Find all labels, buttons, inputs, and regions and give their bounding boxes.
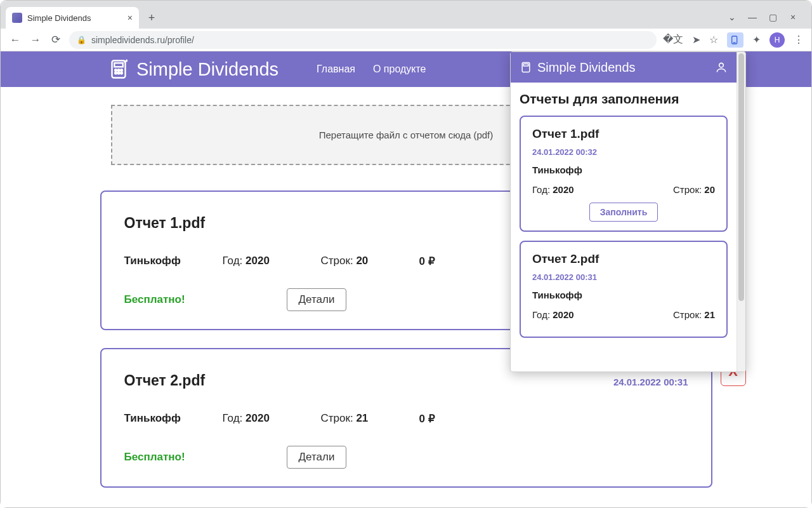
report-broker: Тинькофф bbox=[124, 255, 223, 268]
scrollbar-thumb[interactable] bbox=[738, 53, 744, 301]
address-bar[interactable]: 🔒 simpledividends.ru/profile/ bbox=[69, 31, 657, 49]
send-icon[interactable]: ➤ bbox=[692, 34, 700, 46]
extension-body: Отчеты для заполнения Отчет 1.pdf 24.01.… bbox=[511, 83, 737, 371]
ext-report-card: Отчет 1.pdf 24.01.2022 00:32 Тинькофф Го… bbox=[520, 116, 728, 232]
rows-label: Строк: bbox=[321, 255, 353, 267]
nav-link-main[interactable]: Главная bbox=[317, 64, 355, 75]
rows-value: 21 bbox=[356, 412, 368, 424]
svg-point-3 bbox=[115, 69, 117, 71]
rows-label: Строк: bbox=[673, 309, 702, 320]
lock-icon: 🔒 bbox=[77, 36, 86, 44]
extension-popup: Simple Dividends Отчеты для заполнения О… bbox=[510, 51, 746, 372]
ext-report-card: Отчет 2.pdf 24.01.2022 00:31 Тинькофф Го… bbox=[520, 241, 728, 338]
svg-point-7 bbox=[118, 72, 120, 74]
forward-icon[interactable]: → bbox=[29, 34, 43, 46]
svg-rect-10 bbox=[523, 64, 528, 66]
brand-text: Simple Dividends bbox=[136, 59, 278, 80]
svg-point-5 bbox=[121, 69, 122, 71]
year-value: 2020 bbox=[246, 412, 270, 424]
tab-close-icon[interactable]: × bbox=[128, 13, 133, 23]
dropzone-text: Перетащите файл с отчетом сюда (pdf) bbox=[319, 130, 494, 140]
details-button[interactable]: Детали bbox=[287, 446, 347, 469]
year-value: 2020 bbox=[553, 309, 573, 320]
ext-report-broker: Тинькофф bbox=[532, 164, 715, 175]
free-badge: Бесплатно! bbox=[124, 451, 185, 464]
year-label: Год: bbox=[223, 255, 243, 267]
report-time: 24.01.2022 00:31 bbox=[613, 377, 688, 387]
year-value: 2020 bbox=[553, 184, 573, 195]
svg-point-4 bbox=[118, 69, 120, 71]
tab-strip: Simple Dividends × + ⌄ — ▢ × bbox=[1, 1, 811, 29]
extension-heading: Отчеты для заполнения bbox=[520, 91, 728, 107]
calculator-icon bbox=[520, 61, 532, 74]
reload-icon[interactable]: ⟳ bbox=[49, 33, 63, 46]
nav-link-about[interactable]: О продукте bbox=[373, 64, 426, 75]
free-badge: Бесплатно! bbox=[124, 293, 185, 306]
fill-button[interactable]: Заполнить bbox=[589, 203, 658, 222]
ext-report-title: Отчет 2.pdf bbox=[532, 252, 715, 266]
rows-value: 20 bbox=[704, 184, 715, 195]
extension-icon[interactable] bbox=[727, 32, 743, 48]
nav-links: Главная О продукте bbox=[317, 64, 426, 75]
currency-symbol: ₽ bbox=[428, 255, 435, 267]
browser-window: Simple Dividends × + ⌄ — ▢ × ← → ⟳ 🔒 sim… bbox=[0, 0, 812, 508]
report-broker: Тинькофф bbox=[124, 412, 223, 425]
maximize-icon[interactable]: ▢ bbox=[768, 12, 777, 22]
minimize-icon[interactable]: — bbox=[748, 12, 757, 22]
year-value: 2020 bbox=[246, 255, 270, 267]
year-label: Год: bbox=[532, 309, 550, 320]
user-icon[interactable] bbox=[715, 61, 728, 74]
currency-symbol: ₽ bbox=[428, 413, 435, 425]
back-icon[interactable]: ← bbox=[8, 34, 22, 46]
ext-report-time: 24.01.2022 00:32 bbox=[532, 147, 715, 157]
new-tab-button[interactable]: + bbox=[143, 9, 160, 27]
extension-brand-text: Simple Dividends bbox=[537, 60, 636, 75]
extension-scrollbar[interactable] bbox=[737, 52, 745, 371]
details-button[interactable]: Детали bbox=[287, 288, 347, 311]
star-icon[interactable]: ☆ bbox=[709, 34, 718, 46]
chevron-down-icon[interactable]: ⌄ bbox=[728, 12, 737, 22]
brand-logo[interactable]: Simple Dividends bbox=[107, 58, 278, 81]
ext-report-time: 24.01.2022 00:31 bbox=[532, 272, 715, 282]
year-label: Год: bbox=[532, 184, 550, 195]
svg-rect-2 bbox=[114, 63, 123, 67]
browser-tab[interactable]: Simple Dividends × bbox=[6, 7, 139, 29]
svg-point-11 bbox=[719, 63, 724, 67]
browser-toolbar: ← → ⟳ 🔒 simpledividends.ru/profile/ �文 ➤… bbox=[1, 29, 811, 51]
svg-point-6 bbox=[115, 72, 117, 74]
svg-point-8 bbox=[121, 72, 122, 74]
cost-value: 0 bbox=[419, 413, 425, 425]
report-meta: Тинькофф Год: 2020 Строк: 21 0 ₽ bbox=[124, 412, 688, 425]
extensions-menu-icon[interactable]: ✦ bbox=[752, 34, 761, 46]
close-icon[interactable]: × bbox=[789, 12, 797, 22]
calculator-icon bbox=[107, 58, 130, 81]
year-label: Год: bbox=[223, 412, 243, 424]
report-title: Отчет 2.pdf bbox=[124, 372, 206, 389]
extension-brand[interactable]: Simple Dividends bbox=[520, 60, 636, 75]
rows-value: 20 bbox=[356, 255, 368, 267]
rows-label: Строк: bbox=[673, 184, 702, 195]
extension-header: Simple Dividends bbox=[511, 52, 737, 83]
rows-value: 21 bbox=[704, 309, 715, 320]
profile-avatar[interactable]: H bbox=[769, 32, 785, 48]
favicon-icon bbox=[12, 13, 22, 23]
cost-value: 0 bbox=[419, 255, 425, 267]
translate-icon[interactable]: �文 bbox=[663, 33, 683, 46]
rows-label: Строк: bbox=[321, 412, 353, 424]
tab-title: Simple Dividends bbox=[27, 13, 91, 23]
kebab-menu-icon[interactable]: ⋮ bbox=[794, 34, 804, 46]
window-controls: ⌄ — ▢ × bbox=[719, 12, 806, 29]
ext-report-broker: Тинькофф bbox=[532, 290, 715, 300]
toolbar-right: �文 ➤ ☆ ✦ H ⋮ bbox=[663, 32, 804, 48]
page-viewport: Simple Dividends Главная О продукте Пере… bbox=[1, 51, 811, 507]
ext-report-title: Отчет 1.pdf bbox=[532, 127, 715, 141]
url-text: simpledividends.ru/profile/ bbox=[91, 35, 194, 45]
report-title: Отчет 1.pdf bbox=[124, 215, 206, 232]
